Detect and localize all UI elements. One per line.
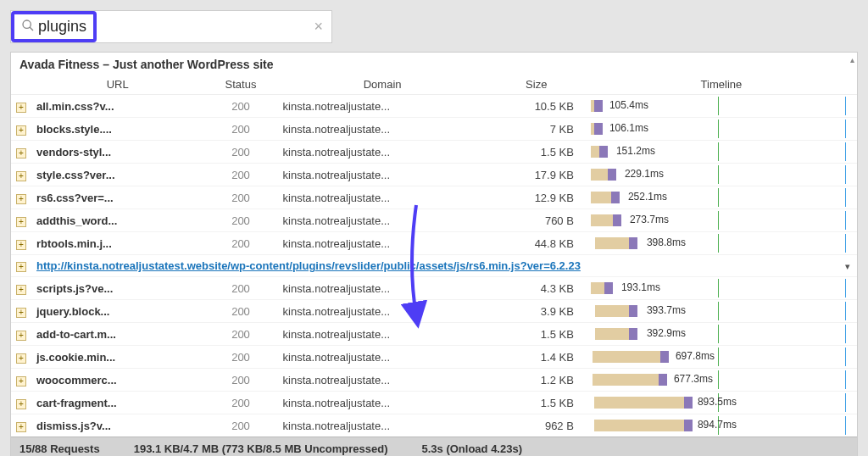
- cell-size: 44.8 KB: [487, 232, 586, 255]
- cell-timeline: 677.3ms: [586, 369, 857, 392]
- table-row[interactable]: +vendors-styl...200kinsta.notrealjustate…: [11, 141, 857, 164]
- col-status[interactable]: Status: [203, 75, 277, 95]
- timeline-label: 677.3ms: [674, 373, 713, 385]
- cell-status: 200: [203, 141, 277, 164]
- cell-status: 200: [203, 95, 277, 118]
- cell-domain: kinsta.notrealjustate...: [278, 277, 487, 300]
- summary-bar: 15/88 Requests 193.1 KB/4.7 MB (773 KB/8…: [11, 437, 857, 456]
- table-header-row: URL Status Domain Size Timeline: [11, 75, 857, 95]
- cell-size: 7 KB: [487, 118, 586, 141]
- cell-url: rs6.css?ver=...: [31, 186, 203, 209]
- cell-domain: kinsta.notrealjustate...: [278, 392, 487, 414]
- cell-status: 200: [203, 186, 277, 209]
- table-row[interactable]: +cart-fragment...200kinsta.notrealjustat…: [11, 392, 857, 414]
- cell-timeline: 252.1ms: [586, 186, 857, 209]
- summary-requests: 15/88 Requests: [19, 442, 100, 455]
- cell-timeline: 151.2ms: [586, 141, 857, 164]
- cell-size: 17.9 KB: [487, 164, 586, 186]
- requests-table: URL Status Domain Size Timeline +all.min…: [11, 75, 857, 437]
- svg-line-1: [30, 27, 33, 31]
- expand-icon[interactable]: +: [16, 353, 26, 364]
- cell-size: 962 B: [487, 414, 586, 437]
- table-row[interactable]: +woocommerc...200kinsta.notrealjustate..…: [11, 369, 857, 392]
- table-row[interactable]: +blocks.style....200kinsta.notrealjustat…: [11, 118, 857, 141]
- cell-url: blocks.style....: [31, 118, 203, 141]
- table-row[interactable]: +all.min.css?v...200kinsta.notrealjustat…: [11, 95, 857, 118]
- cell-url: scripts.js?ve...: [31, 277, 203, 300]
- col-size[interactable]: Size: [487, 75, 586, 95]
- cell-url: dismiss.js?v...: [31, 414, 203, 437]
- cell-size: 1.5 KB: [487, 141, 586, 164]
- expand-icon[interactable]: +: [16, 217, 26, 227]
- cell-size: 760 B: [487, 209, 586, 232]
- expanded-url-row[interactable]: + http://kinsta.notrealjustatest.website…: [11, 255, 857, 277]
- timeline-label: 193.1ms: [621, 281, 660, 293]
- cell-size: 1.5 KB: [487, 323, 586, 346]
- cell-size: 1.2 KB: [487, 369, 586, 392]
- cell-domain: kinsta.notrealjustate...: [278, 95, 487, 118]
- timeline-label: 893.5ms: [698, 396, 737, 408]
- expand-icon[interactable]: +: [16, 422, 26, 432]
- request-full-url-link[interactable]: http://kinsta.notrealjustatest.website/w…: [36, 259, 581, 272]
- col-timeline[interactable]: Timeline: [586, 75, 857, 95]
- timeline-label: 393.7ms: [647, 304, 686, 316]
- cell-url: woocommerc...: [31, 369, 203, 392]
- cell-domain: kinsta.notrealjustate...: [278, 118, 487, 141]
- search-bar[interactable]: plugins ×: [10, 10, 332, 43]
- table-row[interactable]: +scripts.js?ve...200kinsta.notrealjustat…: [11, 277, 857, 300]
- timeline-label: 273.7ms: [630, 214, 669, 225]
- cell-timeline: 105.4ms: [586, 95, 857, 118]
- search-highlight-box: plugins: [11, 11, 97, 42]
- cell-status: 200: [203, 414, 277, 437]
- table-row[interactable]: +addthis_word...200kinsta.notrealjustate…: [11, 209, 857, 232]
- expand-icon[interactable]: +: [16, 376, 26, 386]
- expand-icon[interactable]: +: [16, 125, 26, 136]
- table-row[interactable]: +rbtools.min.j...200kinsta.notrealjustat…: [11, 232, 857, 255]
- cell-domain: kinsta.notrealjustate...: [278, 300, 487, 323]
- expand-icon[interactable]: +: [16, 240, 26, 250]
- cell-timeline: 229.1ms: [586, 164, 857, 186]
- cell-url: rbtools.min.j...: [31, 232, 203, 255]
- scroll-up-indicator[interactable]: ▴: [850, 55, 854, 64]
- timeline-label: 106.1ms: [609, 122, 648, 134]
- table-row[interactable]: +rs6.css?ver=...200kinsta.notrealjustate…: [11, 186, 857, 209]
- cell-domain: kinsta.notrealjustate...: [278, 209, 487, 232]
- clear-search-button[interactable]: ×: [314, 18, 323, 36]
- expand-icon[interactable]: +: [16, 194, 26, 204]
- timeline-label: 894.7ms: [698, 419, 737, 431]
- expand-icon[interactable]: +: [16, 103, 26, 113]
- expand-icon[interactable]: +: [16, 171, 26, 181]
- cell-status: 200: [203, 300, 277, 323]
- cell-timeline: 392.9ms: [586, 323, 857, 346]
- expand-icon[interactable]: +: [16, 399, 26, 409]
- summary-time: 5.3s (Onload 4.23s): [422, 442, 523, 455]
- search-icon: [21, 19, 35, 35]
- expand-icon[interactable]: +: [16, 148, 26, 158]
- expand-icon[interactable]: +: [16, 331, 26, 341]
- cell-timeline: 697.8ms: [586, 346, 857, 369]
- cell-timeline: 893.5ms: [586, 392, 857, 414]
- col-url[interactable]: URL: [31, 75, 203, 95]
- cell-url: js.cookie.min...: [31, 346, 203, 369]
- col-domain[interactable]: Domain: [278, 75, 487, 95]
- timeline-label: 392.9ms: [647, 327, 686, 339]
- expand-icon[interactable]: +: [16, 262, 26, 272]
- table-row[interactable]: +jquery.block...200kinsta.notrealjustate…: [11, 300, 857, 323]
- cell-status: 200: [203, 209, 277, 232]
- cell-timeline: 894.7ms: [586, 414, 857, 437]
- expand-icon[interactable]: +: [16, 308, 26, 318]
- cell-domain: kinsta.notrealjustate...: [278, 414, 487, 437]
- cell-status: 200: [203, 277, 277, 300]
- cell-url: style.css?ver...: [31, 164, 203, 186]
- cell-size: 10.5 KB: [487, 95, 586, 118]
- expand-icon[interactable]: +: [16, 285, 26, 295]
- table-row[interactable]: +js.cookie.min...200kinsta.notrealjustat…: [11, 346, 857, 369]
- timeline-label: 151.2ms: [616, 145, 655, 157]
- table-row[interactable]: +dismiss.js?v...200kinsta.notrealjustate…: [11, 414, 857, 437]
- cell-size: 3.9 KB: [487, 300, 586, 323]
- search-input[interactable]: plugins: [38, 18, 86, 36]
- chevron-down-icon[interactable]: ▾: [845, 261, 850, 271]
- table-row[interactable]: +style.css?ver...200kinsta.notrealjustat…: [11, 164, 857, 186]
- table-row[interactable]: +add-to-cart.m...200kinsta.notrealjustat…: [11, 323, 857, 346]
- timeline-label: 105.4ms: [609, 99, 648, 111]
